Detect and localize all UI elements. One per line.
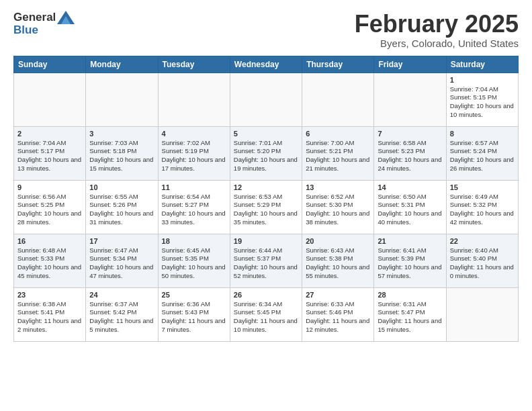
month-title: February 2025 [355,11,519,38]
table-row: 16Sunrise: 6:48 AM Sunset: 5:33 PM Dayli… [14,234,86,287]
day-number: 23 [17,291,82,299]
location-title: Byers, Colorado, United States [355,38,519,49]
table-row: 3Sunrise: 7:03 AM Sunset: 5:18 PM Daylig… [86,126,158,180]
title-block: February 2025 Byers, Colorado, United St… [355,11,519,49]
day-number: 18 [162,237,226,245]
day-info: Sunrise: 6:40 AM Sunset: 5:40 PM Dayligh… [450,246,515,281]
calendar-table: Sunday Monday Tuesday Wednesday Thursday… [13,56,519,342]
day-info: Sunrise: 7:00 AM Sunset: 5:21 PM Dayligh… [306,139,370,173]
table-row: 10Sunrise: 6:55 AM Sunset: 5:26 PM Dayli… [86,180,158,234]
day-number: 4 [162,130,226,138]
calendar-week-row: 2Sunrise: 7:04 AM Sunset: 5:17 PM Daylig… [14,126,519,180]
day-info: Sunrise: 6:37 AM Sunset: 5:42 PM Dayligh… [89,300,154,334]
day-number: 19 [234,237,298,245]
day-info: Sunrise: 7:04 AM Sunset: 5:15 PM Dayligh… [450,85,515,120]
day-info: Sunrise: 6:47 AM Sunset: 5:34 PM Dayligh… [89,246,154,281]
day-number: 26 [234,291,298,299]
table-row: 4Sunrise: 7:02 AM Sunset: 5:19 PM Daylig… [158,126,230,180]
day-number: 27 [306,291,370,299]
day-number: 2 [17,130,82,138]
day-info: Sunrise: 6:53 AM Sunset: 5:29 PM Dayligh… [234,193,298,227]
day-number: 8 [450,130,515,138]
day-number: 28 [378,291,442,299]
page: General Blue February 2025 Byers, Colora… [0,0,532,411]
day-number: 7 [378,130,442,138]
day-number: 5 [234,130,298,138]
logo: General Blue [13,11,75,36]
table-row [14,73,86,126]
day-info: Sunrise: 6:41 AM Sunset: 5:39 PM Dayligh… [378,246,442,281]
day-info: Sunrise: 6:34 AM Sunset: 5:45 PM Dayligh… [234,300,298,334]
table-row: 19Sunrise: 6:44 AM Sunset: 5:37 PM Dayli… [230,234,302,287]
day-number: 21 [378,237,442,245]
table-row [158,73,230,126]
day-info: Sunrise: 6:49 AM Sunset: 5:32 PM Dayligh… [450,193,515,227]
day-info: Sunrise: 6:56 AM Sunset: 5:25 PM Dayligh… [17,193,82,227]
calendar-week-row: 23Sunrise: 6:38 AM Sunset: 5:41 PM Dayli… [14,287,519,341]
day-info: Sunrise: 6:31 AM Sunset: 5:47 PM Dayligh… [378,300,442,334]
table-row: 7Sunrise: 6:58 AM Sunset: 5:23 PM Daylig… [374,126,446,180]
col-friday: Friday [374,56,446,73]
table-row: 11Sunrise: 6:54 AM Sunset: 5:27 PM Dayli… [158,180,230,234]
table-row: 9Sunrise: 6:56 AM Sunset: 5:25 PM Daylig… [14,180,86,234]
table-row [302,73,374,126]
calendar-week-row: 9Sunrise: 6:56 AM Sunset: 5:25 PM Daylig… [14,180,519,234]
day-number: 10 [89,183,154,191]
day-info: Sunrise: 6:45 AM Sunset: 5:35 PM Dayligh… [162,246,226,281]
table-row: 8Sunrise: 6:57 AM Sunset: 5:24 PM Daylig… [446,126,518,180]
col-saturday: Saturday [446,56,518,73]
table-row: 17Sunrise: 6:47 AM Sunset: 5:34 PM Dayli… [86,234,158,287]
table-row: 24Sunrise: 6:37 AM Sunset: 5:42 PM Dayli… [86,287,158,341]
day-info: Sunrise: 6:36 AM Sunset: 5:43 PM Dayligh… [162,300,226,334]
table-row: 21Sunrise: 6:41 AM Sunset: 5:39 PM Dayli… [374,234,446,287]
day-info: Sunrise: 7:04 AM Sunset: 5:17 PM Dayligh… [17,139,82,173]
day-number: 13 [306,183,370,191]
col-wednesday: Wednesday [230,56,302,73]
calendar-week-row: 1Sunrise: 7:04 AM Sunset: 5:15 PM Daylig… [14,73,519,126]
day-info: Sunrise: 7:01 AM Sunset: 5:20 PM Dayligh… [234,139,298,173]
day-number: 24 [89,291,154,299]
day-info: Sunrise: 6:58 AM Sunset: 5:23 PM Dayligh… [378,139,442,173]
table-row: 27Sunrise: 6:33 AM Sunset: 5:46 PM Dayli… [302,287,374,341]
day-number: 16 [17,237,82,245]
day-info: Sunrise: 6:38 AM Sunset: 5:41 PM Dayligh… [17,300,82,334]
day-info: Sunrise: 6:57 AM Sunset: 5:24 PM Dayligh… [450,139,515,173]
logo-blue: Blue [13,24,38,36]
day-number: 14 [378,183,442,191]
logo-general: General [13,11,56,24]
day-info: Sunrise: 6:33 AM Sunset: 5:46 PM Dayligh… [306,300,370,334]
day-number: 15 [450,183,515,191]
day-number: 1 [450,76,515,84]
table-row: 5Sunrise: 7:01 AM Sunset: 5:20 PM Daylig… [230,126,302,180]
table-row: 12Sunrise: 6:53 AM Sunset: 5:29 PM Dayli… [230,180,302,234]
table-row: 2Sunrise: 7:04 AM Sunset: 5:17 PM Daylig… [14,126,86,180]
day-info: Sunrise: 6:55 AM Sunset: 5:26 PM Dayligh… [89,193,154,227]
col-thursday: Thursday [302,56,374,73]
day-info: Sunrise: 6:52 AM Sunset: 5:30 PM Dayligh… [306,193,370,227]
header: General Blue February 2025 Byers, Colora… [13,11,519,49]
day-number: 25 [162,291,226,299]
day-info: Sunrise: 6:54 AM Sunset: 5:27 PM Dayligh… [162,193,226,227]
day-info: Sunrise: 7:03 AM Sunset: 5:18 PM Dayligh… [89,139,154,173]
day-info: Sunrise: 6:44 AM Sunset: 5:37 PM Dayligh… [234,246,298,281]
table-row: 22Sunrise: 6:40 AM Sunset: 5:40 PM Dayli… [446,234,518,287]
table-row [230,73,302,126]
col-monday: Monday [86,56,158,73]
table-row: 13Sunrise: 6:52 AM Sunset: 5:30 PM Dayli… [302,180,374,234]
table-row: 20Sunrise: 6:43 AM Sunset: 5:38 PM Dayli… [302,234,374,287]
day-number: 22 [450,237,515,245]
table-row: 14Sunrise: 6:50 AM Sunset: 5:31 PM Dayli… [374,180,446,234]
day-number: 6 [306,130,370,138]
col-tuesday: Tuesday [158,56,230,73]
table-row [374,73,446,126]
day-info: Sunrise: 6:50 AM Sunset: 5:31 PM Dayligh… [378,193,442,227]
calendar-week-row: 16Sunrise: 6:48 AM Sunset: 5:33 PM Dayli… [14,234,519,287]
logo-icon [57,11,75,24]
table-row: 23Sunrise: 6:38 AM Sunset: 5:41 PM Dayli… [14,287,86,341]
table-row: 6Sunrise: 7:00 AM Sunset: 5:21 PM Daylig… [302,126,374,180]
table-row [86,73,158,126]
table-row: 28Sunrise: 6:31 AM Sunset: 5:47 PM Dayli… [374,287,446,341]
calendar-header-row: Sunday Monday Tuesday Wednesday Thursday… [14,56,519,73]
col-sunday: Sunday [14,56,86,73]
day-info: Sunrise: 6:43 AM Sunset: 5:38 PM Dayligh… [306,246,370,281]
